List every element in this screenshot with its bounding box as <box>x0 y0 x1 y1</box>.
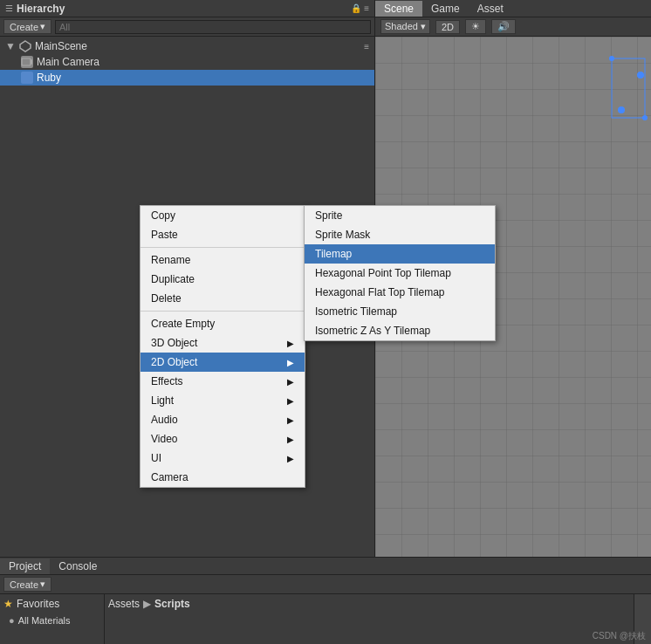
hierarchy-icon: ☰ <box>5 3 13 13</box>
breadcrumb-separator-icon: ▶ <box>143 598 151 610</box>
ruby-item-icon <box>21 72 33 84</box>
fav-item-materials[interactable]: ● All Materials <box>3 613 100 627</box>
camera-item-label: Main Camera <box>37 56 99 68</box>
create-button[interactable]: Create ▾ <box>3 19 51 34</box>
ruby-item-label: Ruby <box>37 72 61 84</box>
svg-point-5 <box>609 56 614 61</box>
tab-project[interactable]: Project <box>0 558 50 574</box>
tab-game[interactable]: Game <box>422 1 469 17</box>
scene-arrow-icon: ▼ <box>5 40 16 52</box>
selection-box <box>607 54 651 124</box>
breadcrumb-root: Assets <box>108 598 140 610</box>
breadcrumb-current: Scripts <box>154 598 190 610</box>
watermark: CSDN @扶枝 <box>593 630 646 642</box>
svg-marker-0 <box>20 41 31 51</box>
bottom-create-arrow-icon: ▾ <box>40 579 45 590</box>
hierarchy-item-camera[interactable]: Main Camera <box>0 54 374 70</box>
star-icon: ★ <box>3 598 13 610</box>
tab-scene[interactable]: Scene <box>375 1 422 17</box>
scene-viewport <box>375 37 651 557</box>
shaded-dropdown[interactable]: Shaded ▾ <box>380 19 430 34</box>
scene-tabs: Scene Game Asset <box>375 0 651 17</box>
dropdown-arrow-icon: ▾ <box>40 21 45 32</box>
bottom-tabs: Project Console <box>0 558 651 575</box>
svg-rect-1 <box>22 58 31 65</box>
hierarchy-title: Hierarchy <box>17 3 65 15</box>
scene-name: MainScene <box>35 40 87 52</box>
svg-rect-4 <box>612 58 645 118</box>
tab-asset[interactable]: Asset <box>469 1 512 17</box>
svg-rect-3 <box>23 73 31 82</box>
scene-header: ▼ MainScene ≡ <box>0 38 374 54</box>
search-input[interactable] <box>55 20 371 34</box>
bottom-create-button[interactable]: Create ▾ <box>3 577 51 592</box>
audio-button[interactable]: 🔊 <box>491 19 516 34</box>
2d-mode-button[interactable]: 2D <box>435 20 460 34</box>
hierarchy-lock-icon: 🔒 ≡ <box>351 3 369 13</box>
circle-icon: ● <box>9 615 15 626</box>
scene-icon <box>19 40 31 52</box>
favorites-header: ★ Favorites <box>3 598 100 610</box>
camera-item-icon <box>21 56 33 68</box>
svg-point-6 <box>642 115 648 120</box>
breadcrumb: Assets ▶ Scripts <box>108 598 630 610</box>
lighting-button[interactable]: ☀ <box>465 19 486 34</box>
scene-menu-icon: ≡ <box>364 42 369 51</box>
hierarchy-item-ruby[interactable]: Ruby <box>0 70 374 86</box>
tab-console[interactable]: Console <box>50 558 106 574</box>
svg-marker-2 <box>31 59 32 65</box>
